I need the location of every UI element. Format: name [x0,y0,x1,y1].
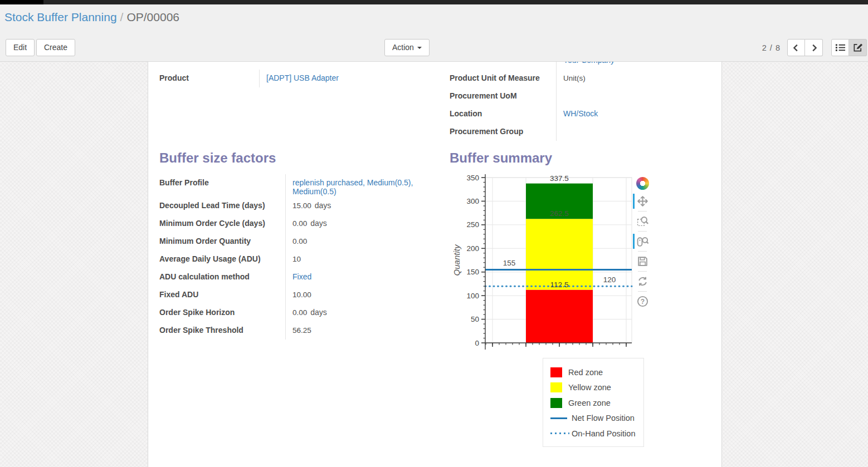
pager-and-views: 2 / 8 [762,39,867,56]
wheel-zoom-icon[interactable] [632,233,652,250]
field-label: Product Unit of Measure [450,70,556,87]
toolbar-divider [638,231,647,232]
field-row: Order Spike Horizon0.00days [159,304,450,322]
legend-item: On-Hand Position [550,426,636,441]
toolbar-divider [638,291,647,292]
legend-label: Red zone [568,368,603,377]
field-value [556,87,710,105]
reset-icon[interactable] [632,273,652,290]
pager-previous-button[interactable] [787,39,805,56]
bokeh-logo-icon [632,174,652,193]
save-icon[interactable] [632,253,652,270]
top-menu-active-segment [0,0,43,4]
form-view-button[interactable] [849,39,867,56]
box-zoom-icon[interactable] [632,213,652,230]
field-value[interactable]: WH/Stock [556,105,710,123]
svg-text:250: 250 [466,220,479,229]
svg-text:100: 100 [466,292,479,300]
yellow-zone-swatch [550,382,562,392]
buffer-summary-title: Buffer summary [450,150,710,166]
legend-item: Green zone [550,395,636,411]
green-zone-swatch [550,398,562,408]
toolbar-divider [638,211,647,212]
breadcrumb-current-record: OP/00006 [126,11,179,23]
pager-next-button[interactable] [805,39,823,56]
edit-form-icon [852,42,863,53]
field-label: Location [450,105,556,123]
svg-text:262.5: 262.5 [550,209,569,218]
field-value[interactable]: replenish purchased, Medium(0.5), Medium… [285,174,450,197]
chart-toolbar: ? [632,174,652,310]
field-row: Buffer Profilereplenish purchased, Mediu… [159,174,450,197]
net-flow-line-swatch [550,417,567,419]
bokeh-logo [636,177,649,190]
list-view-button[interactable] [831,39,849,56]
field-label: Procurement UoM [450,87,556,105]
legend-label: Yellow zone [568,383,611,392]
active-tool-indicator [633,234,635,249]
field-label: Procurement Group [450,123,556,141]
field-value[interactable]: Your Company [556,62,710,70]
field-value: 15.00days [285,197,450,215]
field-value: 10.00 [285,286,450,304]
field-row: Minimum Order Cycle (days)0.00days [159,215,450,233]
field-value: 0.00days [285,304,450,322]
field-label: Buffer Profile [159,174,285,197]
field-row: Average Daily Usage (ADU)10 [159,250,450,268]
field-value[interactable]: Fixed [285,268,450,286]
buffer-groups: Buffer size factors Buffer Profilereplen… [159,150,710,447]
breadcrumb: Stock Buffer Planning/OP/00006 [4,11,179,24]
field-row: Your Company [450,62,710,70]
svg-text:?: ? [640,298,644,306]
view-switcher [831,39,867,56]
field-value: 0.00 [285,233,450,250]
edit-button[interactable]: Edit [6,39,35,56]
form-view-background: Product[ADPT] USB Adapter Your CompanyPr… [0,62,868,467]
svg-text:300: 300 [466,197,479,205]
field-row: LocationWH/Stock [450,105,710,123]
field-row: Fixed ADU10.00 [159,286,450,304]
svg-text:155: 155 [503,259,516,267]
field-row: ADU calculation methodFixed [159,268,450,286]
legend-item: Red zone [550,365,636,380]
svg-text:112.5: 112.5 [550,281,569,289]
field-label: ADU calculation method [159,268,285,286]
field-row: Order Spike Threshold56.25 [159,322,450,340]
field-value: 0.00days [285,215,450,233]
breadcrumb-stock-buffer-planning[interactable]: Stock Buffer Planning [4,11,117,23]
field-label: Minimum Order Quantity [159,233,285,250]
help-icon[interactable]: ? [632,293,652,310]
field-label [450,62,556,70]
svg-text:0: 0 [475,339,479,347]
pager-buttons [787,39,823,56]
buffer-size-factors-title: Buffer size factors [159,150,450,166]
field-value[interactable]: [ADPT] USB Adapter [259,70,450,87]
action-dropdown-button[interactable]: Action [384,39,430,56]
create-button[interactable]: Create [36,39,75,56]
field-value: 10 [285,250,450,268]
buffer-chart-plot: 155120337.5262.5112.50501001502002503003… [451,170,637,357]
chevron-left-icon [791,43,801,53]
list-icon [835,42,846,53]
red-zone-swatch [550,367,562,377]
field-row: Product Unit of MeasureUnit(s) [450,70,710,87]
buffer-size-factors-group: Buffer size factors Buffer Profilereplen… [159,150,450,447]
legend-label: Net Flow Position [572,414,635,422]
buffer-summary-chart: 155120337.5262.5112.50501001502002503003… [451,170,710,447]
header-field-groups: Product[ADPT] USB Adapter Your CompanyPr… [159,62,710,150]
buffer-summary-group: Buffer summary 155120337.5262.5112.50501… [450,150,710,447]
svg-text:50: 50 [471,315,479,323]
pan-icon[interactable] [632,193,652,210]
field-label: Order Spike Horizon [159,304,285,322]
active-tool-indicator [633,194,635,209]
legend-item: Yellow zone [550,380,636,396]
chevron-right-icon [809,43,819,53]
pager-counter: 2 / 8 [762,43,781,52]
field-label: Product [159,70,259,87]
legend-item: Net Flow Position [550,411,636,426]
field-row: Decoupled Lead Time (days)15.00days [159,197,450,215]
field-label: Decoupled Lead Time (days) [159,197,285,215]
field-label: Fixed ADU [159,286,285,304]
svg-text:150: 150 [466,268,479,276]
field-label: Order Spike Threshold [159,322,285,340]
